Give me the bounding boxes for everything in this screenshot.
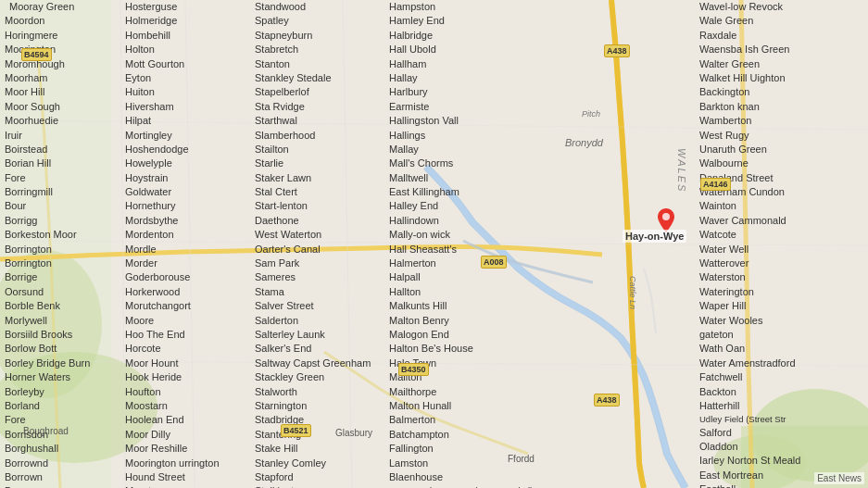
road-a4146: A4146 [700, 178, 731, 191]
road-a008: A008 [481, 256, 507, 269]
road-a438-bottom: A438 [594, 394, 620, 407]
road-b4521: B4521 [281, 424, 311, 437]
svg-point-8 [662, 213, 670, 220]
road-b4350: B4350 [398, 363, 429, 376]
map-container: Mooray Green Moordon Horingmere Mooringt… [0, 0, 868, 488]
map-credit: East News [814, 472, 864, 484]
map-background [0, 0, 868, 488]
road-b4594: B4594 [21, 48, 52, 61]
hay-on-wye-label: Hay-on-Wye [623, 230, 686, 243]
road-a438-top: A438 [604, 44, 630, 57]
